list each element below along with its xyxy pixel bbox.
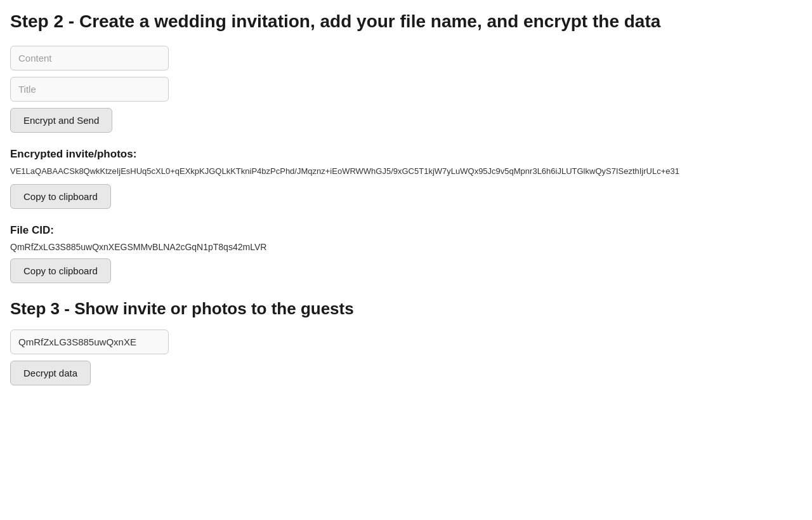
file-cid-label: File CID: [10, 224, 802, 237]
file-cid-value: QmRfZxLG3S885uwQxnXEGSMMvBLNA2cGqN1pT8qs… [10, 242, 802, 252]
copy-cid-button[interactable]: Copy to clipboard [10, 258, 111, 283]
encrypted-section-label: Encrypted invite/photos: [10, 148, 802, 161]
copy-invite-button[interactable]: Copy to clipboard [10, 184, 111, 209]
step3-heading: Step 3 - Show invite or photos to the gu… [10, 298, 802, 320]
step3-cid-input[interactable] [10, 330, 169, 354]
step2-heading: Step 2 - Create a wedding invitation, ad… [10, 10, 802, 33]
content-input[interactable] [10, 46, 169, 70]
decrypt-button[interactable]: Decrypt data [10, 361, 91, 385]
title-input[interactable] [10, 77, 169, 102]
encrypted-value: VE1LaQABAACSk8QwkKtzeIjEsHUq5cXL0+qEXkpK… [10, 166, 802, 177]
encrypt-send-button[interactable]: Encrypt and Send [10, 108, 112, 133]
